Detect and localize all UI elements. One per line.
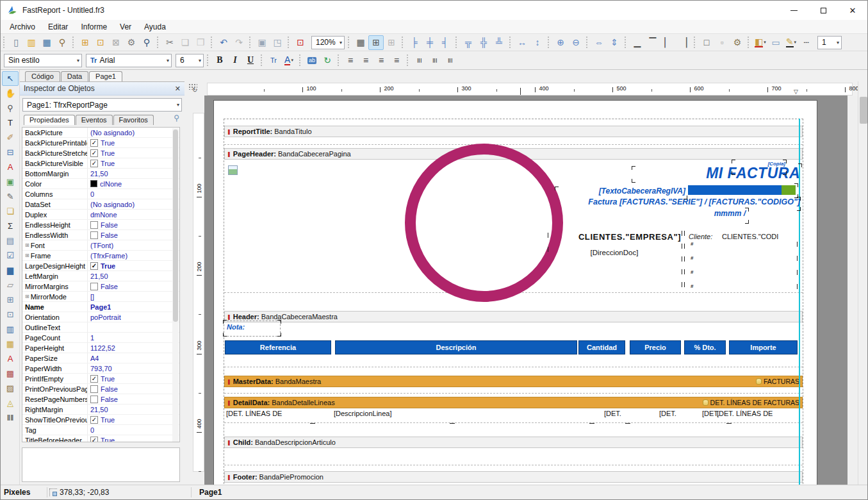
new-dialog-page-icon[interactable]: ⊡: [93, 35, 108, 50]
show-grid-icon[interactable]: ▦: [353, 35, 368, 50]
align-rights-icon[interactable]: ╡: [438, 35, 453, 50]
band-page-header[interactable]: ❚PageHeader:BandaCabeceraPagina: [224, 148, 803, 293]
vertical-ruler[interactable]: 100200300400: [193, 113, 204, 472]
menu-ver[interactable]: Ver: [113, 21, 138, 33]
background-icon[interactable]: ▭: [768, 35, 783, 50]
cut-icon[interactable]: ✂: [162, 35, 177, 50]
list-object-tool[interactable]: ⊡: [2, 307, 19, 322]
property-row[interactable]: PageCount1: [22, 333, 179, 343]
property-row[interactable]: ⊞MirrorMode[]: [22, 292, 179, 302]
align-justify-icon[interactable]: ≡: [389, 53, 404, 68]
print-grid-object-tool[interactable]: ▨: [2, 381, 19, 396]
property-row[interactable]: ShowTitleOnPreviousPage✓True: [22, 415, 179, 425]
space-vertically-icon[interactable]: ↕: [530, 35, 545, 50]
menu-editar[interactable]: Editar: [42, 21, 74, 33]
frame-all-icon[interactable]: □: [699, 35, 714, 50]
band-report-title[interactable]: ❚ReportTitle:BandaTitulo: [224, 126, 803, 145]
property-row[interactable]: DuplexdmNone: [22, 210, 179, 220]
frame-bottom-icon[interactable]: ▁: [630, 35, 645, 50]
zoom-select[interactable]: 120%▾: [311, 36, 345, 49]
save-report-icon[interactable]: ▦: [39, 35, 54, 50]
preview-icon[interactable]: ⚲: [54, 35, 70, 50]
inspector-tab-propiedades[interactable]: Propiedades: [24, 115, 75, 125]
property-row[interactable]: EndlessWidthFalse: [22, 230, 179, 240]
draw-text-object-tool[interactable]: ▤: [2, 233, 19, 248]
group-icon[interactable]: ▣: [254, 35, 270, 50]
workspace-tab-data[interactable]: Data: [61, 71, 88, 81]
property-row[interactable]: BottomMargin21,50: [22, 169, 179, 179]
page-settings-icon[interactable]: ⚙: [124, 35, 139, 50]
rotation-icon[interactable]: ↻: [320, 53, 335, 68]
center-vertically-icon[interactable]: ⊖: [568, 35, 584, 50]
undo-icon[interactable]: ↶: [216, 35, 231, 50]
italic-button[interactable]: I: [227, 53, 243, 68]
band-detail-data-body[interactable]: [224, 408, 803, 423]
property-row[interactable]: OrientationpoPortrait: [22, 312, 179, 322]
snap-to-grid-icon[interactable]: ⊞: [368, 35, 384, 50]
system-text-object-tool[interactable]: Σ: [2, 219, 19, 233]
checkbox-icon[interactable]: ✓: [90, 160, 98, 167]
expand-icon[interactable]: ⊞: [25, 253, 29, 258]
text-edit-tool[interactable]: T: [2, 115, 19, 130]
property-row[interactable]: PaperSizeA4: [22, 353, 179, 363]
frame-left-icon[interactable]: ▏: [660, 35, 676, 50]
line-style-icon[interactable]: ┄: [799, 35, 814, 50]
hand-tool[interactable]: ✋: [2, 86, 19, 101]
object-select[interactable]: Page1: TfrxReportPage ▾: [22, 98, 182, 112]
band-master-data[interactable]: ❚MasterData:BandaMaestra FACTURAS: [224, 376, 803, 394]
underline-button[interactable]: U: [243, 53, 258, 68]
property-grid-scrollbar[interactable]: [172, 128, 179, 442]
checkbox-icon[interactable]: ✓: [90, 375, 98, 383]
db-crosstab-object-tool[interactable]: ▦: [2, 337, 19, 351]
zoom-tool[interactable]: ⚲: [2, 101, 19, 115]
chart-object-tool[interactable]: ▆: [2, 263, 19, 278]
property-row[interactable]: LeftMargin21,50: [22, 271, 179, 281]
band-object-tool[interactable]: ⊟: [2, 145, 19, 160]
inspector-tab-favoritos[interactable]: Favoritos: [113, 115, 154, 125]
checkbox-icon[interactable]: [90, 231, 98, 239]
object-inspector-toggle-icon[interactable]: ⊡: [293, 35, 308, 50]
checkbox-icon[interactable]: ✓: [90, 262, 98, 270]
align-vcenters-icon[interactable]: ╬: [476, 35, 491, 50]
checkbox-icon[interactable]: [90, 221, 98, 229]
menu-archivo[interactable]: Archivo: [3, 21, 42, 33]
minimize-button[interactable]: [779, 1, 808, 20]
property-row[interactable]: ColorclNone: [22, 179, 179, 189]
close-button[interactable]: ✕: [838, 1, 867, 20]
text-vertical-bottom-icon[interactable]: ≡: [443, 53, 458, 68]
align-center-icon[interactable]: ≡: [358, 53, 373, 68]
checkbox-icon[interactable]: [90, 385, 98, 393]
font-settings-icon[interactable]: Tr: [266, 53, 281, 68]
font-select[interactable]: TrArial▾: [86, 54, 172, 67]
property-row[interactable]: Columns0: [22, 189, 179, 199]
property-row[interactable]: ⊞Font(TFont): [22, 240, 179, 251]
checkbox-object-tool[interactable]: ☑: [2, 248, 19, 263]
horizontal-ruler[interactable]: 100200300400500600700800▽: [207, 83, 853, 96]
property-row[interactable]: BackPictureVisible✓True: [22, 158, 179, 169]
band-master-data-body[interactable]: [224, 387, 803, 394]
redo-icon[interactable]: ↷: [231, 35, 247, 50]
property-row[interactable]: ⊞Frame(TfrxFrame): [22, 251, 179, 261]
frame-right-icon[interactable]: ▕: [676, 35, 691, 50]
property-row[interactable]: MirrorMarginsFalse: [22, 281, 179, 292]
text-vertical-top-icon[interactable]: ≡: [412, 53, 427, 68]
frame-top-icon[interactable]: ▔: [645, 35, 660, 50]
band-report-title-body[interactable]: [224, 137, 803, 145]
property-row[interactable]: DataSet(No asignado): [22, 199, 179, 210]
gradient-object-tool[interactable]: ◬: [2, 396, 19, 410]
bold-button[interactable]: B: [212, 53, 227, 68]
highlight-icon[interactable]: ab: [304, 53, 320, 68]
checkbox-icon[interactable]: ✓: [90, 139, 98, 147]
new-page-icon[interactable]: ⊞: [78, 35, 93, 50]
ruler-corner-icon[interactable]: ↻: [187, 83, 202, 95]
band-child-body[interactable]: [224, 448, 803, 465]
barcode-object-tool[interactable]: ‖‖: [2, 410, 19, 425]
property-row[interactable]: PrintOnPreviousPageFalse: [22, 384, 179, 394]
frame-edit-icon[interactable]: ⚙: [730, 35, 745, 50]
maximize-button[interactable]: [808, 1, 838, 20]
property-row[interactable]: BackPictureStretched✓True: [22, 148, 179, 158]
space-horizontally-icon[interactable]: ↔: [514, 35, 530, 50]
property-row[interactable]: NamePage1: [22, 302, 179, 312]
property-row[interactable]: BackPicturePrintable✓True: [22, 138, 179, 148]
paste-icon[interactable]: ❒: [193, 35, 208, 50]
